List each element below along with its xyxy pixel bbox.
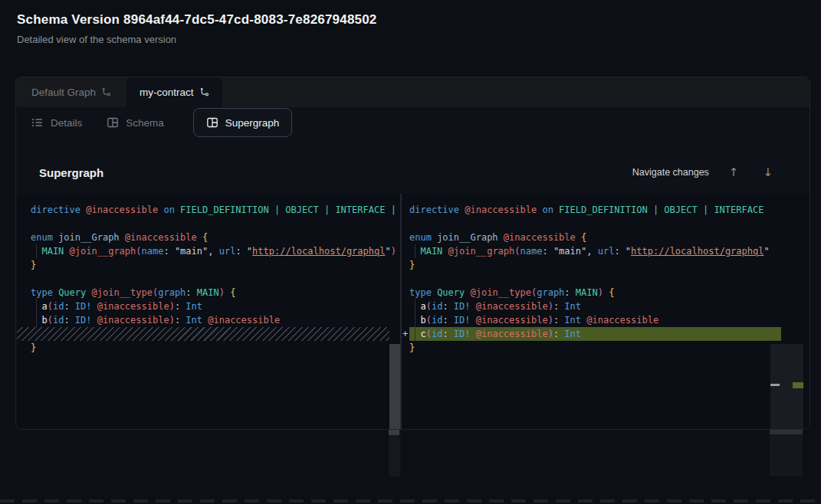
diff-pane-original[interactable]: directive @inaccessible on FIELD_DEFINIT… [17, 194, 400, 430]
diff-added-row: c(id: ID! @inaccessible): Int+ [402, 327, 781, 341]
subtab-schema-label: Schema [126, 117, 164, 129]
section-header: Supergraph Navigate changes ↑ ↓ [39, 157, 777, 188]
section-title: Supergraph [39, 166, 103, 179]
previous-change-button[interactable]: ↑ [724, 164, 744, 181]
diff-editor[interactable]: directive @inaccessible on FIELD_DEFINIT… [17, 194, 810, 430]
tab-default-graph-label: Default Graph [31, 87, 96, 98]
code-row: enum join__Graph @inaccessible { [17, 231, 400, 244]
graph-tab-bar: Default Graph my-contract [16, 77, 810, 107]
indent-guide [415, 244, 415, 258]
code-row: b(id: ID! @inaccessible): Int @inaccessi… [17, 313, 400, 327]
minimap[interactable] [770, 194, 810, 430]
code-row: MAIN @join__graph(name: "main", url: "ht… [17, 244, 400, 258]
code-row: } [402, 341, 770, 355]
code-row: a(id: ID! @inaccessible): Int [402, 299, 770, 313]
code-row [17, 272, 400, 286]
minimap-position-mark [770, 384, 780, 386]
subtab-supergraph[interactable]: Supergraph [193, 108, 293, 137]
code-row: directive @inaccessible on FIELD_DEFINIT… [402, 203, 770, 217]
indent-guide [36, 244, 37, 258]
code-row: } [17, 341, 400, 355]
code-row: MAIN @join__graph(name: "main", url: "ht… [402, 244, 770, 258]
code-row: a(id: ID! @inaccessible): Int [17, 299, 400, 313]
indent-guide [36, 299, 37, 313]
tab-default-graph[interactable]: Default Graph [16, 77, 126, 107]
navigate-changes-label: Navigate changes [632, 167, 709, 178]
minimap-overflow-strip [770, 430, 803, 476]
indent-guide [415, 327, 415, 341]
overview-ruler-added-mark [793, 382, 803, 388]
diff-pane-modified[interactable]: directive @inaccessible on FIELD_DEFINIT… [402, 194, 770, 430]
code-row: b(id: ID! @inaccessible): Int @inaccessi… [402, 313, 770, 327]
navigate-changes: Navigate changes ↑ ↓ [632, 164, 777, 181]
subtab-details-label: Details [51, 117, 82, 129]
view-tab-bar: Details Schema Supergraph [16, 107, 810, 138]
page-title: Schema Version 8964af44-7dc5-47cd-8083-7… [17, 12, 377, 28]
split-view-icon [206, 116, 218, 129]
code-row [402, 217, 770, 231]
fork-icon [101, 87, 111, 97]
next-change-button[interactable]: ↓ [758, 164, 777, 181]
code-row: } [402, 258, 770, 272]
code-row [402, 272, 770, 286]
list-icon [31, 116, 44, 129]
added-line-marker: + [402, 327, 408, 341]
bottom-dashed-edge [0, 499, 821, 502]
code-row: } [17, 258, 400, 272]
indent-guide [415, 313, 415, 327]
tab-my-contract-label: my-contract [140, 87, 194, 98]
code-row: type Query @join__type(graph: MAIN) { [402, 286, 770, 299]
page-subtitle: Detailed view of the schema version [17, 34, 176, 45]
divider-overflow-strip [399, 430, 401, 476]
code-row [17, 217, 400, 231]
tab-my-contract[interactable]: my-contract [126, 77, 222, 107]
fork-icon [199, 87, 209, 97]
indent-guide [415, 299, 415, 313]
schema-version-card: Default Graph my-contract Details [15, 77, 810, 430]
code-row: directive @inaccessible on FIELD_DEFINIT… [17, 203, 400, 217]
diff-filler-row [17, 327, 389, 341]
split-view-icon [107, 116, 119, 129]
scrollbar-overflow-strip [389, 430, 399, 476]
subtab-details[interactable]: Details [28, 109, 85, 136]
subtab-supergraph-label: Supergraph [225, 117, 280, 129]
code-row: enum join__Graph @inaccessible { [402, 231, 770, 244]
subtab-schema[interactable]: Schema [103, 109, 167, 136]
scrollbar-thumb[interactable] [389, 344, 400, 430]
indent-guide [36, 313, 37, 327]
code-row: type Query @join__type(graph: MAIN) { [17, 286, 400, 299]
